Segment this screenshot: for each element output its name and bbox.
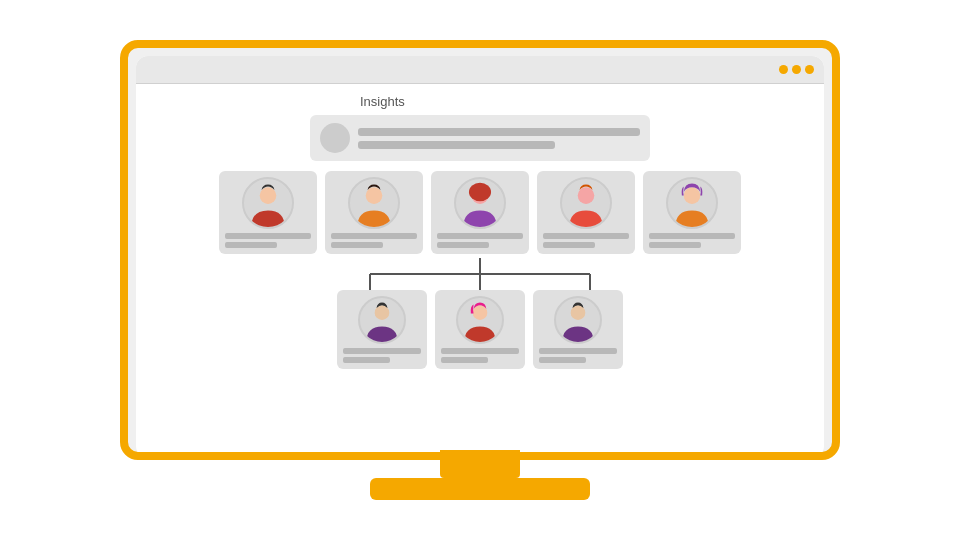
stand-base [370, 478, 590, 500]
org-lines-8 [539, 348, 617, 363]
org-card-2 [325, 171, 423, 254]
avatar-5 [666, 177, 718, 229]
org-line-2a [331, 233, 417, 239]
person-svg-6 [360, 298, 404, 342]
avatar-4 [560, 177, 612, 229]
browser-dot-3 [805, 65, 814, 74]
org-top-row [166, 171, 794, 254]
org-lines-6 [343, 348, 421, 363]
org-card-5 [643, 171, 741, 254]
org-lines-7 [441, 348, 519, 363]
org-line-3b [437, 242, 489, 248]
screen: Insights [136, 56, 824, 458]
svg-point-3 [469, 183, 491, 201]
avatar-6 [358, 296, 406, 344]
org-line-1a [225, 233, 311, 239]
stand-neck [440, 450, 520, 478]
org-lines-3 [437, 233, 523, 248]
browser-dots [779, 65, 814, 74]
avatar-7 [456, 296, 504, 344]
org-card-4 [537, 171, 635, 254]
org-line-3a [437, 233, 523, 239]
avatar-1 [242, 177, 294, 229]
org-line-5a [649, 233, 735, 239]
org-card-7 [435, 290, 525, 369]
svg-point-1 [366, 187, 383, 204]
org-card-1 [219, 171, 317, 254]
screen-content: Insights [136, 84, 824, 379]
svg-point-5 [684, 187, 701, 204]
org-card-6 [337, 290, 427, 369]
browser-dot-2 [792, 65, 801, 74]
person-svg-2 [350, 179, 398, 227]
insights-lines [358, 128, 640, 149]
person-svg-4 [562, 179, 610, 227]
browser-dot-1 [779, 65, 788, 74]
monitor: Insights [120, 40, 840, 500]
org-card-3 [431, 171, 529, 254]
browser-bar [136, 56, 824, 84]
org-line-8b [539, 357, 586, 363]
person-svg-7 [458, 298, 502, 342]
insights-title: Insights [310, 94, 650, 109]
person-svg-8 [556, 298, 600, 342]
person-svg-3 [456, 179, 504, 227]
org-bottom-row [166, 290, 794, 369]
avatar-2 [348, 177, 400, 229]
monitor-stand [370, 450, 590, 500]
org-line-2b [331, 242, 383, 248]
svg-point-0 [260, 187, 277, 204]
org-line-5b [649, 242, 701, 248]
svg-point-4 [578, 187, 595, 204]
person-svg-1 [244, 179, 292, 227]
scene: Insights [0, 0, 960, 540]
avatar-8 [554, 296, 602, 344]
insights-avatar [320, 123, 350, 153]
org-line-7a [441, 348, 519, 354]
org-lines-4 [543, 233, 629, 248]
insights-section: Insights [310, 94, 650, 161]
org-line-6b [343, 357, 390, 363]
org-lines-1 [225, 233, 311, 248]
org-line-6a [343, 348, 421, 354]
monitor-frame: Insights [120, 40, 840, 460]
org-lines-5 [649, 233, 735, 248]
org-line-8a [539, 348, 617, 354]
person-svg-5 [668, 179, 716, 227]
insights-line-2 [358, 141, 555, 149]
insights-card [310, 115, 650, 161]
connector-wrapper [166, 258, 794, 290]
org-card-8 [533, 290, 623, 369]
org-line-4b [543, 242, 595, 248]
org-line-1b [225, 242, 277, 248]
connector-svg [310, 258, 650, 290]
avatar-3 [454, 177, 506, 229]
org-line-7b [441, 357, 488, 363]
org-line-4a [543, 233, 629, 239]
org-lines-2 [331, 233, 417, 248]
insights-line-1 [358, 128, 640, 136]
